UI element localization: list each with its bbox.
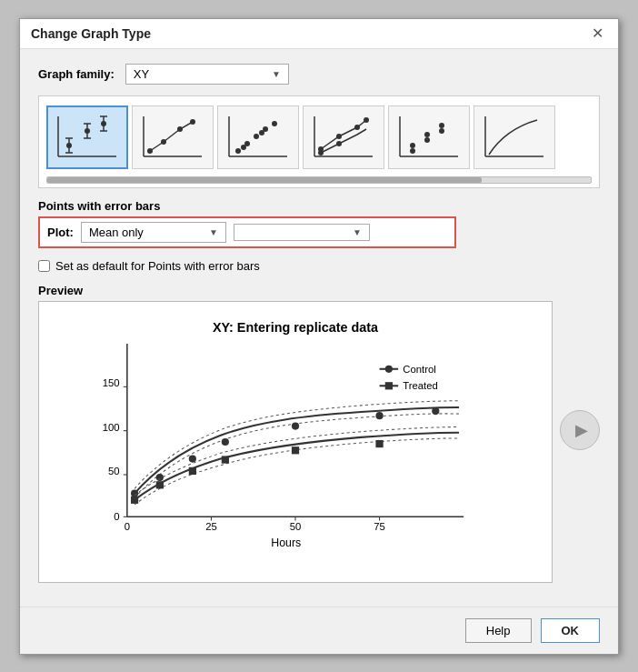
preview-section: Preview XY: Entering replicate data 0 50… — [38, 284, 600, 583]
svg-point-42 — [410, 148, 415, 154]
help-button[interactable]: Help — [465, 618, 532, 643]
graph-thumb-scatter-error[interactable] — [46, 105, 128, 169]
svg-text:XY: Entering replicate data: XY: Entering replicate data — [213, 319, 379, 334]
svg-point-80 — [385, 365, 393, 372]
line-points-icon — [136, 111, 209, 164]
graph-family-row: Graph family: XY ▼ — [38, 64, 600, 85]
graph-thumb-line-points[interactable] — [132, 105, 214, 169]
section-title: Points with error bars — [38, 199, 600, 213]
plot-dropdown-secondary[interactable]: ▼ — [234, 224, 370, 241]
svg-point-19 — [190, 119, 195, 125]
connected-icon — [307, 111, 380, 164]
svg-point-41 — [439, 123, 444, 128]
dialog-title: Change Graph Type — [31, 26, 151, 41]
svg-text:75: 75 — [374, 520, 385, 531]
graph-thumb-line-only[interactable] — [474, 105, 555, 169]
dialog-body: Graph family: XY ▼ — [20, 49, 618, 607]
chevron-down-icon-2: ▼ — [209, 227, 218, 237]
preview-box: XY: Entering replicate data 0 50 100 150 — [38, 301, 553, 583]
scrollbar-thumb — [47, 177, 482, 183]
svg-text:50: 50 — [290, 520, 302, 531]
change-graph-type-dialog: Change Graph Type ✕ Graph family: XY ▼ — [19, 18, 619, 655]
default-checkbox-label: Set as default for Points with error bar… — [55, 259, 260, 273]
svg-point-44 — [439, 128, 444, 134]
svg-rect-78 — [375, 439, 383, 446]
scatter-error-icon — [51, 111, 124, 164]
set-default-checkbox[interactable] — [38, 260, 50, 272]
svg-text:0: 0 — [125, 520, 130, 531]
svg-point-67 — [156, 473, 164, 480]
svg-rect-74 — [156, 481, 164, 488]
svg-point-34 — [364, 117, 369, 123]
chevron-down-icon: ▼ — [272, 69, 281, 79]
svg-rect-75 — [189, 466, 196, 474]
svg-point-39 — [410, 143, 415, 148]
svg-rect-77 — [292, 446, 299, 454]
preview-label: Preview — [38, 284, 600, 297]
ok-button[interactable]: OK — [541, 618, 601, 643]
svg-point-18 — [177, 126, 183, 132]
scatter-only-icon — [222, 111, 294, 164]
svg-point-43 — [424, 137, 430, 143]
svg-text:50: 50 — [108, 466, 120, 476]
graph-thumb-scatter-only[interactable] — [217, 105, 299, 169]
graph-thumb-connected[interactable] — [303, 105, 384, 169]
preview-chart: XY: Entering replicate data 0 50 100 150 — [48, 311, 543, 573]
svg-point-68 — [189, 455, 196, 462]
svg-point-26 — [272, 121, 277, 126]
svg-text:Control: Control — [403, 363, 435, 374]
error-scatter-icon — [393, 111, 465, 164]
title-bar: Change Graph Type ✕ — [20, 19, 618, 49]
svg-point-69 — [222, 437, 229, 445]
svg-rect-76 — [222, 456, 229, 463]
svg-point-16 — [147, 148, 153, 154]
svg-point-22 — [235, 148, 241, 154]
svg-point-36 — [336, 141, 342, 146]
preview-area: XY: Entering replicate data 0 50 100 150 — [38, 301, 600, 583]
graph-thumb-error-scatter[interactable] — [388, 105, 470, 169]
graph-family-dropdown[interactable]: XY ▼ — [125, 64, 289, 85]
svg-point-66 — [131, 489, 138, 496]
play-button[interactable] — [560, 410, 600, 450]
svg-point-17 — [161, 139, 166, 145]
svg-point-28 — [259, 130, 264, 135]
default-checkbox-row: Set as default for Points with error bar… — [38, 259, 600, 273]
svg-rect-83 — [385, 382, 393, 389]
svg-text:Treated: Treated — [403, 380, 438, 391]
graph-family-value: XY — [134, 67, 149, 81]
svg-text:100: 100 — [103, 421, 120, 432]
svg-point-27 — [241, 145, 246, 150]
svg-text:150: 150 — [103, 377, 120, 388]
plot-value: Mean only — [89, 226, 144, 239]
graph-family-label: Graph family: — [38, 67, 115, 81]
dialog-footer: Help OK — [20, 607, 618, 654]
chevron-down-icon-3: ▼ — [353, 227, 362, 237]
svg-text:Hours: Hours — [271, 537, 301, 549]
svg-point-71 — [375, 412, 383, 419]
graph-types-row — [46, 105, 592, 169]
graph-types-scrollbar[interactable] — [46, 176, 592, 184]
svg-point-33 — [354, 125, 360, 130]
close-button[interactable]: ✕ — [588, 26, 607, 41]
points-error-bars-section: Points with error bars Plot: Mean only ▼… — [38, 199, 600, 248]
line-only-icon — [478, 111, 551, 164]
plot-label: Plot: — [47, 226, 74, 239]
svg-point-72 — [432, 406, 439, 414]
plot-dropdown-mean[interactable]: Mean only ▼ — [81, 222, 226, 243]
plot-row: Plot: Mean only ▼ ▼ — [38, 216, 456, 248]
svg-point-32 — [336, 134, 342, 139]
svg-point-70 — [292, 422, 299, 429]
svg-point-24 — [254, 134, 259, 139]
graph-types-container — [38, 95, 600, 188]
svg-point-35 — [318, 150, 324, 155]
svg-text:0: 0 — [114, 511, 119, 522]
svg-text:25: 25 — [205, 520, 217, 531]
svg-point-40 — [424, 132, 430, 137]
svg-rect-73 — [131, 496, 138, 503]
